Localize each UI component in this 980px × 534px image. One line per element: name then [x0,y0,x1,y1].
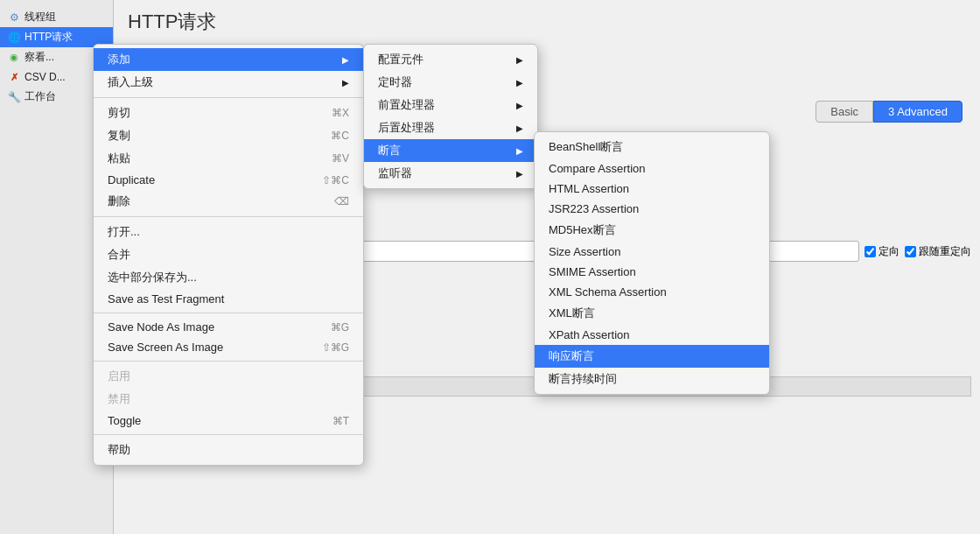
menu-item-html[interactable]: HTML Assertion [535,179,769,199]
tab-bar: Basic 3 Advanced [816,101,962,123]
menu-item-open[interactable]: 打开... [94,221,363,243]
menu-item-save-node-image[interactable]: Save Node As Image ⌘G [94,317,363,337]
http-request-icon: 🌐 [7,31,21,45]
menu-item-add[interactable]: 添加 ▶ [94,48,363,71]
menu-item-beanshell[interactable]: BeanShell断言 [535,136,769,158]
sidebar-item-thread-group[interactable]: ⚙ 线程组 [0,7,113,27]
menu-delete-label: 删除 [108,193,317,209]
menu-jsr223-label: JSR223 Assertion [549,202,755,215]
menu-config-label: 配置元件 [378,52,513,67]
menu-save-part-label: 选中部分保存为... [108,270,349,285]
redirect-label: 定向 [864,244,900,259]
redirect-checkbox[interactable] [864,246,876,257]
menu-beanshell-label: BeanShell断言 [549,139,755,155]
menu-assertion-arrow: ▶ [516,146,523,156]
view-results-icon: ◉ [7,51,21,65]
menu-add-arrow: ▶ [342,55,349,65]
menu-item-response-assertion[interactable]: 响应断言 [535,345,769,368]
menu-duplicate-shortcut: ⇧⌘C [322,174,349,186]
follow-redirect-checkbox[interactable] [905,246,916,257]
menu-toggle-label: Toggle [108,414,315,427]
menu-save-node-shortcut: ⌘G [331,321,349,334]
menu-pre-label: 前置处理器 [378,97,513,113]
menu-item-insert-parent[interactable]: 插入上级 ▶ [94,71,363,94]
menu-xml-schema-label: XML Schema Assertion [549,285,755,299]
menu-item-xml-schema[interactable]: XML Schema Assertion [535,282,769,302]
menu-item-config-element[interactable]: 配置元件 ▶ [364,48,537,71]
menu-merge-label: 合并 [108,247,349,263]
menu-delete-shortcut: ⌫ [334,195,349,207]
sidebar-csv-label: CSV D... [24,71,66,83]
menu-enable-label: 启用 [108,369,349,384]
menu-listener-label: 监听器 [378,165,513,181]
menu-item-copy[interactable]: 复制 ⌘C [94,124,363,147]
menu-paste-label: 粘贴 [108,151,314,166]
menu-item-xpath[interactable]: XPath Assertion [535,325,769,345]
menu-item-merge[interactable]: 合并 [94,243,363,266]
menu-timer-label: 定时器 [378,74,513,90]
page-title: HTTP请求 [128,9,966,35]
menu-item-md5hex[interactable]: MD5Hex断言 [535,219,769,242]
menu-item-post-processor[interactable]: 后置处理器 ▶ [364,116,537,139]
menu-item-jsr223[interactable]: JSR223 Assertion [535,199,769,219]
menu-listener-arrow: ▶ [516,169,523,179]
menu-item-disable: 禁用 [94,388,363,411]
menu-item-help[interactable]: 帮助 [94,439,363,461]
menu-response-label: 响应断言 [549,348,755,364]
menu-item-save-fragment[interactable]: Save as Test Fragment [94,289,363,309]
sidebar-workbench-label: 工作台 [24,89,56,104]
menu-item-duplicate[interactable]: Duplicate ⇧⌘C [94,170,363,190]
menu-duration-label: 断言持续时间 [549,371,755,387]
context-menu-2: 配置元件 ▶ 定时器 ▶ 前置处理器 ▶ 后置处理器 ▶ 断言 ▶ 监听器 ▶ [363,44,538,189]
menu-item-paste[interactable]: 粘贴 ⌘V [94,147,363,170]
menu-timer-arrow: ▶ [516,78,523,88]
menu-save-screen-shortcut: ⇧⌘G [322,341,349,354]
menu-compare-label: Compare Assertion [549,162,755,175]
separator-5 [94,434,363,435]
menu-add-label: 添加 [108,52,339,67]
tab-basic[interactable]: Basic [816,101,873,123]
menu-save-screen-label: Save Screen As Image [108,341,304,354]
menu-item-xml[interactable]: XML断言 [535,302,769,325]
menu-md5hex-label: MD5Hex断言 [549,222,755,238]
menu-item-size[interactable]: Size Assertion [535,242,769,262]
menu-insert-parent-label: 插入上级 [108,74,339,90]
menu-item-pre-processor[interactable]: 前置处理器 ▶ [364,94,537,116]
menu-cut-shortcut: ⌘X [332,107,349,119]
menu-open-label: 打开... [108,224,349,240]
menu-item-timer[interactable]: 定时器 ▶ [364,71,537,94]
menu-help-label: 帮助 [108,442,349,458]
menu-xpath-label: XPath Assertion [549,328,755,341]
menu-xml-label: XML断言 [549,306,755,321]
menu-item-smime[interactable]: SMIME Assertion [535,262,769,282]
menu-toggle-shortcut: ⌘T [332,415,349,427]
separator-1 [94,97,363,98]
menu-smime-label: SMIME Assertion [549,265,755,278]
menu-config-arrow: ▶ [516,55,523,65]
redirect-text: 定向 [878,244,900,259]
menu-item-delete[interactable]: 删除 ⌫ [94,190,363,213]
context-menu-1: 添加 ▶ 插入上级 ▶ 剪切 ⌘X 复制 ⌘C 粘贴 ⌘V Duplicate … [93,44,364,466]
menu-item-enable: 启用 [94,365,363,388]
menu-item-save-part[interactable]: 选中部分保存为... [94,266,363,289]
menu-post-label: 后置处理器 [378,120,513,136]
separator-2 [94,216,363,217]
menu-item-toggle[interactable]: Toggle ⌘T [94,411,363,431]
menu-item-save-screen-image[interactable]: Save Screen As Image ⇧⌘G [94,337,363,357]
menu-item-cut[interactable]: 剪切 ⌘X [94,102,363,124]
menu-duplicate-label: Duplicate [108,173,304,186]
menu-item-assertion[interactable]: 断言 ▶ [364,139,537,162]
menu-save-fragment-label: Save as Test Fragment [108,292,349,306]
menu-pre-arrow: ▶ [516,101,523,110]
follow-redirect-text: 跟随重定向 [919,244,971,259]
menu-item-compare[interactable]: Compare Assertion [535,158,769,179]
thread-group-icon: ⚙ [7,11,21,25]
menu-size-label: Size Assertion [549,245,755,258]
sidebar-view-label: 察看... [24,50,54,65]
context-menu-3: BeanShell断言 Compare Assertion HTML Asser… [534,131,770,395]
menu-item-listener[interactable]: 监听器 ▶ [364,162,537,185]
menu-paste-shortcut: ⌘V [332,152,349,165]
menu-item-assertion-duration[interactable]: 断言持续时间 [535,368,769,390]
tab-advanced[interactable]: 3 Advanced [873,101,962,123]
menu-copy-label: 复制 [108,128,313,144]
